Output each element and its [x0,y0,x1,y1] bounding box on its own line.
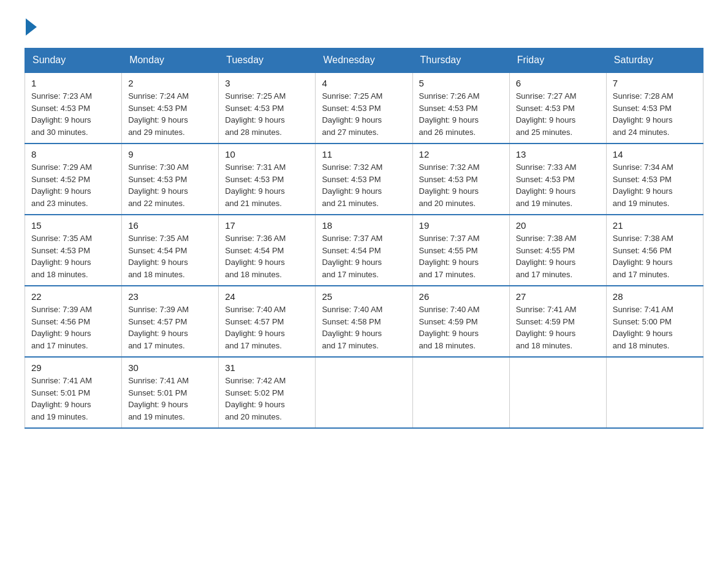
day-number: 18 [322,220,406,231]
day-number: 14 [613,149,697,159]
day-number: 25 [322,291,406,302]
day-number: 12 [419,149,503,159]
day-number: 15 [31,220,115,231]
day-info: Sunrise: 7:31 AMSunset: 4:53 PMDaylight:… [225,163,286,208]
day-info: Sunrise: 7:36 AMSunset: 4:54 PMDaylight:… [225,234,286,279]
day-info: Sunrise: 7:41 AMSunset: 4:59 PMDaylight:… [516,305,577,350]
day-info: Sunrise: 7:25 AMSunset: 4:53 PMDaylight:… [322,91,382,137]
calendar-day-cell: 13 Sunrise: 7:33 AMSunset: 4:53 PMDaylig… [509,144,606,215]
weekday-header-friday: Friday [509,48,606,73]
day-number: 2 [128,78,212,88]
calendar-day-cell: 15 Sunrise: 7:35 AMSunset: 4:53 PMDaylig… [25,215,122,286]
weekday-header-thursday: Thursday [412,48,509,73]
day-number: 4 [322,78,406,88]
page-header [25,18,703,36]
calendar-day-cell: 16 Sunrise: 7:35 AMSunset: 4:54 PMDaylig… [122,215,219,286]
day-info: Sunrise: 7:24 AMSunset: 4:53 PMDaylight:… [128,91,189,137]
calendar-day-cell: 18 Sunrise: 7:37 AMSunset: 4:54 PMDaylig… [316,215,412,286]
day-number: 10 [225,149,309,159]
weekday-header-wednesday: Wednesday [316,48,412,73]
day-number: 16 [128,220,212,231]
calendar-day-cell: 12 Sunrise: 7:32 AMSunset: 4:53 PMDaylig… [412,144,509,215]
calendar-day-cell: 26 Sunrise: 7:40 AMSunset: 4:59 PMDaylig… [412,286,509,357]
calendar-day-cell: 1 Sunrise: 7:23 AMSunset: 4:53 PMDayligh… [25,72,122,144]
calendar-body: 1 Sunrise: 7:23 AMSunset: 4:53 PMDayligh… [25,72,703,428]
day-number: 21 [613,220,697,231]
day-info: Sunrise: 7:35 AMSunset: 4:54 PMDaylight:… [128,234,189,279]
calendar-day-cell: 14 Sunrise: 7:34 AMSunset: 4:53 PMDaylig… [606,144,703,215]
calendar-day-cell: 25 Sunrise: 7:40 AMSunset: 4:58 PMDaylig… [316,286,412,357]
calendar-day-cell: 11 Sunrise: 7:32 AMSunset: 4:53 PMDaylig… [316,144,412,215]
day-info: Sunrise: 7:40 AMSunset: 4:59 PMDaylight:… [419,305,480,350]
calendar-day-cell [316,357,412,428]
day-info: Sunrise: 7:34 AMSunset: 4:53 PMDaylight:… [613,163,673,208]
day-info: Sunrise: 7:39 AMSunset: 4:57 PMDaylight:… [128,305,189,350]
day-number: 5 [419,78,503,88]
day-number: 6 [516,78,600,88]
day-info: Sunrise: 7:42 AMSunset: 5:02 PMDaylight:… [225,376,286,421]
day-number: 3 [225,78,309,88]
calendar-day-cell: 6 Sunrise: 7:27 AMSunset: 4:53 PMDayligh… [509,72,606,144]
day-info: Sunrise: 7:29 AMSunset: 4:52 PMDaylight:… [31,163,92,208]
weekday-header-sunday: Sunday [25,48,122,73]
day-info: Sunrise: 7:39 AMSunset: 4:56 PMDaylight:… [31,305,92,350]
calendar-week-row: 22 Sunrise: 7:39 AMSunset: 4:56 PMDaylig… [25,286,703,357]
day-info: Sunrise: 7:33 AMSunset: 4:53 PMDaylight:… [516,163,577,208]
calendar-day-cell: 8 Sunrise: 7:29 AMSunset: 4:52 PMDayligh… [25,144,122,215]
calendar-table: SundayMondayTuesdayWednesdayThursdayFrid… [25,48,703,429]
day-number: 17 [225,220,309,231]
day-info: Sunrise: 7:26 AMSunset: 4:53 PMDaylight:… [419,91,480,137]
calendar-header: SundayMondayTuesdayWednesdayThursdayFrid… [25,48,703,73]
calendar-day-cell [509,357,606,428]
calendar-day-cell: 28 Sunrise: 7:41 AMSunset: 5:00 PMDaylig… [606,286,703,357]
calendar-week-row: 15 Sunrise: 7:35 AMSunset: 4:53 PMDaylig… [25,215,703,286]
day-number: 31 [225,362,309,373]
day-info: Sunrise: 7:30 AMSunset: 4:53 PMDaylight:… [128,163,189,208]
calendar-week-row: 8 Sunrise: 7:29 AMSunset: 4:52 PMDayligh… [25,144,703,215]
day-number: 19 [419,220,503,231]
day-info: Sunrise: 7:28 AMSunset: 4:53 PMDaylight:… [613,91,673,137]
day-info: Sunrise: 7:37 AMSunset: 4:55 PMDaylight:… [419,234,480,279]
logo [25,18,38,36]
calendar-day-cell: 30 Sunrise: 7:41 AMSunset: 5:01 PMDaylig… [122,357,219,428]
calendar-day-cell: 17 Sunrise: 7:36 AMSunset: 4:54 PMDaylig… [219,215,316,286]
day-info: Sunrise: 7:38 AMSunset: 4:55 PMDaylight:… [516,234,577,279]
calendar-day-cell: 23 Sunrise: 7:39 AMSunset: 4:57 PMDaylig… [122,286,219,357]
day-number: 23 [128,291,212,302]
calendar-day-cell [606,357,703,428]
calendar-day-cell: 24 Sunrise: 7:40 AMSunset: 4:57 PMDaylig… [219,286,316,357]
calendar-day-cell: 5 Sunrise: 7:26 AMSunset: 4:53 PMDayligh… [412,72,509,144]
weekday-header-tuesday: Tuesday [219,48,316,73]
calendar-day-cell: 4 Sunrise: 7:25 AMSunset: 4:53 PMDayligh… [316,72,412,144]
calendar-day-cell: 9 Sunrise: 7:30 AMSunset: 4:53 PMDayligh… [122,144,219,215]
day-info: Sunrise: 7:40 AMSunset: 4:58 PMDaylight:… [322,305,382,350]
calendar-day-cell: 3 Sunrise: 7:25 AMSunset: 4:53 PMDayligh… [219,72,316,144]
calendar-day-cell: 31 Sunrise: 7:42 AMSunset: 5:02 PMDaylig… [219,357,316,428]
day-info: Sunrise: 7:32 AMSunset: 4:53 PMDaylight:… [322,163,382,208]
day-number: 11 [322,149,406,159]
day-info: Sunrise: 7:38 AMSunset: 4:56 PMDaylight:… [613,234,673,279]
day-info: Sunrise: 7:25 AMSunset: 4:53 PMDaylight:… [225,91,286,137]
calendar-day-cell: 2 Sunrise: 7:24 AMSunset: 4:53 PMDayligh… [122,72,219,144]
calendar-day-cell: 22 Sunrise: 7:39 AMSunset: 4:56 PMDaylig… [25,286,122,357]
day-info: Sunrise: 7:41 AMSunset: 5:01 PMDaylight:… [31,376,92,421]
day-info: Sunrise: 7:23 AMSunset: 4:53 PMDaylight:… [31,91,92,137]
day-info: Sunrise: 7:41 AMSunset: 5:01 PMDaylight:… [128,376,189,421]
calendar-day-cell: 20 Sunrise: 7:38 AMSunset: 4:55 PMDaylig… [509,215,606,286]
calendar-day-cell: 29 Sunrise: 7:41 AMSunset: 5:01 PMDaylig… [25,357,122,428]
calendar-week-row: 29 Sunrise: 7:41 AMSunset: 5:01 PMDaylig… [25,357,703,428]
day-number: 7 [613,78,697,88]
day-info: Sunrise: 7:32 AMSunset: 4:53 PMDaylight:… [419,163,480,208]
day-number: 1 [31,78,115,88]
day-info: Sunrise: 7:37 AMSunset: 4:54 PMDaylight:… [322,234,382,279]
day-number: 13 [516,149,600,159]
weekday-header-row: SundayMondayTuesdayWednesdayThursdayFrid… [25,48,703,73]
day-number: 29 [31,362,115,373]
calendar-week-row: 1 Sunrise: 7:23 AMSunset: 4:53 PMDayligh… [25,72,703,144]
day-number: 30 [128,362,212,373]
day-info: Sunrise: 7:27 AMSunset: 4:53 PMDaylight:… [516,91,577,137]
weekday-header-monday: Monday [122,48,219,73]
day-info: Sunrise: 7:35 AMSunset: 4:53 PMDaylight:… [31,234,92,279]
day-info: Sunrise: 7:41 AMSunset: 5:00 PMDaylight:… [613,305,673,350]
day-number: 24 [225,291,309,302]
